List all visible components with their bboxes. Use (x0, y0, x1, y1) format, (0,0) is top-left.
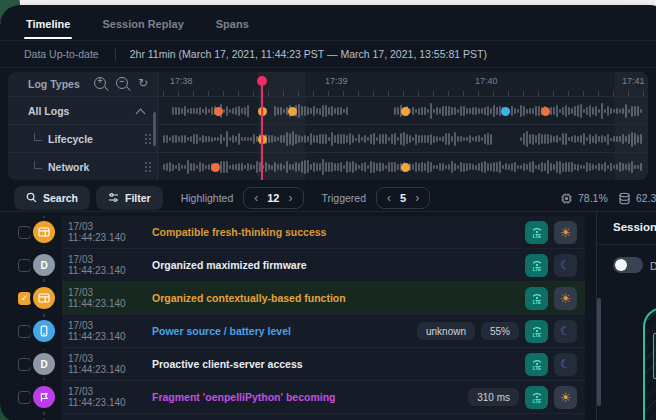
log-message: Fragment 'oenpelliPython' becoming (152, 391, 468, 403)
toggle-knob (615, 259, 627, 271)
row-checkbox[interactable] (18, 226, 31, 239)
night-mode-badge[interactable]: ☾ (554, 320, 577, 343)
highlighted-stepper: ‹ 12 › (243, 187, 303, 209)
log-row-body[interactable]: 17/03 11:44:23.140 Compatible fresh-thin… (62, 216, 585, 249)
log-row-body[interactable]: 17/03 11:44:23.140 Proactive client-serv… (62, 348, 585, 381)
row-checkbox[interactable] (18, 259, 31, 272)
track-row-lifecycle[interactable]: Lifecycle (8, 124, 158, 152)
event-dot[interactable] (401, 107, 410, 116)
log-row-partial (0, 414, 596, 420)
waveform (159, 124, 648, 152)
day-mode-badge[interactable]: ☀ (554, 287, 577, 310)
log-types-column: Log Types + − ↻ All Logs Lifecycle Netwo… (8, 72, 158, 180)
search-button[interactable]: Search (14, 186, 90, 210)
log-row-body[interactable]: 17/03 11:44:23.140 Power source / batter… (62, 315, 585, 348)
night-mode-badge[interactable]: ☾ (554, 254, 577, 277)
filter-button[interactable]: Filter (96, 186, 163, 210)
log-row: 17/03 11:44:23.140 Power source / batter… (0, 315, 596, 348)
event-dot[interactable] (541, 107, 550, 116)
lte-signal-icon: LTE (530, 390, 544, 404)
chevron-right-icon[interactable]: › (415, 192, 419, 204)
event-dot[interactable] (214, 107, 223, 116)
data-status-label: Data Up-to-date (24, 48, 99, 60)
divider (115, 48, 116, 61)
network-badge[interactable]: LTE (525, 386, 548, 409)
filter-icon (108, 192, 119, 203)
row-badges: unknown55% LTE☾ (417, 320, 577, 343)
log-timestamp: 17/03 11:44:23.140 (68, 287, 152, 309)
app-window-icon (38, 292, 50, 304)
log-row-body[interactable] (62, 414, 585, 420)
value-badge: 55% (481, 322, 519, 340)
row-checkbox[interactable] (18, 325, 31, 338)
log-message: Organized contextually-based function (152, 292, 525, 304)
waveform (159, 96, 648, 124)
log-row-body[interactable]: 17/03 11:44:23.140 Organized maximized f… (62, 249, 585, 282)
row-checkbox[interactable] (18, 358, 31, 371)
screenshot-stage: Timeline Session Replay Spans Data Up-to… (0, 0, 656, 420)
lte-signal-icon: LTE (530, 258, 544, 272)
tab-session-replay[interactable]: Session Replay (100, 18, 185, 39)
log-message: Power source / battery level (152, 325, 417, 337)
flag-icon (38, 391, 50, 403)
network-badge[interactable]: LTE (525, 221, 548, 244)
log-row: ✓ 17/03 11:44:23.140 Organized contextua… (0, 282, 596, 315)
timeline-scrollbar[interactable] (153, 112, 156, 146)
ruler-tick-label: 17:40 (475, 76, 498, 86)
day-mode-badge[interactable]: ☀ (554, 386, 577, 409)
divider (597, 244, 656, 245)
network-badge[interactable]: LTE (525, 287, 548, 310)
highlighted-label: Highlighted (181, 192, 234, 204)
log-row-body[interactable]: 17/03 11:44:23.140 Fragment 'oenpelliPyt… (62, 381, 585, 414)
network-badge[interactable]: LTE (525, 353, 548, 376)
row-checkbox[interactable] (18, 391, 31, 404)
search-icon (26, 192, 37, 203)
track-row-all-logs[interactable]: All Logs (8, 96, 158, 124)
log-timestamp: 17/03 11:44:23.140 (68, 386, 152, 408)
log-row-body[interactable]: 17/03 11:44:23.140 Organized contextuall… (62, 282, 585, 315)
day-mode-badge[interactable]: ☀ (554, 221, 577, 244)
night-mode-badge[interactable]: ☾ (554, 353, 577, 376)
log-timestamp: 17/03 11:44:23.140 (68, 353, 152, 375)
playhead-handle[interactable] (257, 76, 267, 86)
value-badge: unknown (417, 322, 475, 340)
log-row: 17/03 11:44:23.140 Compatible fresh-thin… (0, 216, 596, 249)
svg-text:LTE: LTE (532, 267, 540, 272)
zoom-out-icon[interactable]: − (116, 77, 128, 89)
network-badge[interactable]: LTE (525, 320, 548, 343)
event-dot[interactable] (401, 163, 410, 172)
zoom-in-icon[interactable]: + (94, 77, 106, 89)
moon-icon: ☾ (560, 325, 571, 337)
drag-handle-icon[interactable] (145, 134, 147, 136)
chevron-left-icon[interactable]: ‹ (387, 192, 391, 204)
search-label: Search (43, 192, 78, 204)
svg-text:LTE: LTE (532, 300, 540, 305)
tab-spans[interactable]: Spans (214, 18, 251, 39)
event-dot[interactable] (288, 107, 297, 116)
sun-icon: ☀ (560, 292, 572, 305)
lte-signal-icon: LTE (530, 291, 544, 305)
cpu-percent: 78.1% (578, 192, 608, 204)
refresh-icon[interactable]: ↻ (138, 77, 148, 89)
timeline-tracks-area: 17:3817:3917:4017:41 (159, 72, 648, 180)
cpu-icon (560, 192, 573, 205)
track-row-network[interactable]: Network (8, 152, 158, 180)
tab-timeline[interactable]: Timeline (24, 18, 72, 39)
network-badge[interactable]: LTE (525, 254, 548, 277)
session-toggle[interactable] (613, 257, 643, 273)
highlighted-value: 12 (267, 192, 279, 204)
lte-signal-icon: LTE (530, 324, 544, 338)
chevron-up-icon[interactable] (136, 109, 146, 119)
chevron-right-icon[interactable]: › (289, 192, 293, 204)
log-message: Proactive client-server access (152, 358, 525, 370)
playhead-line (261, 85, 263, 180)
event-dot[interactable] (501, 107, 510, 116)
chevron-left-icon[interactable]: ‹ (254, 192, 258, 204)
sun-icon: ☀ (560, 226, 572, 239)
row-checkbox[interactable]: ✓ (18, 292, 31, 305)
letter-d-icon: D (40, 359, 47, 370)
event-dot[interactable] (211, 163, 220, 172)
phone-icon (38, 325, 50, 337)
tree-corner-icon (34, 161, 42, 169)
drag-handle-icon[interactable] (145, 162, 147, 164)
